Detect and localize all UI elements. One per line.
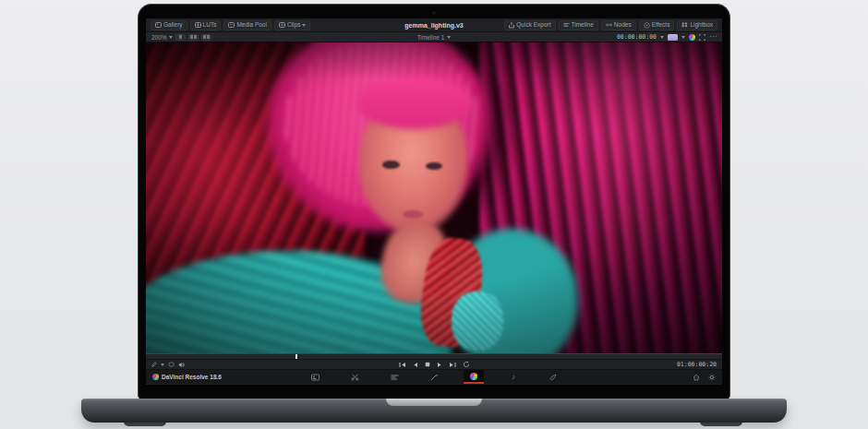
timeline-selector-label: Timeline 1 <box>417 34 445 41</box>
clips-button[interactable]: Clips <box>274 20 310 30</box>
nodes-icon <box>606 22 612 28</box>
wipe-mode-2-icon <box>190 35 193 39</box>
gallery-icon <box>155 22 162 28</box>
audio-mute-button[interactable] <box>178 362 185 368</box>
viewer-tools <box>151 362 185 368</box>
viewer-zoom-select[interactable]: 200% <box>151 34 173 41</box>
lightbox-button[interactable]: Lightbox <box>677 20 717 30</box>
toolbar-left-group: Gallery LUTs Media Pool Clips <box>151 20 310 30</box>
wipe-mode-3b-icon <box>207 35 210 39</box>
app-brand: DaVinci Resolve 18.6 <box>152 374 222 380</box>
quick-export-label: Quick Export <box>516 22 550 29</box>
wipe-mode-3-icon <box>203 35 206 39</box>
effects-icon <box>644 22 650 29</box>
gallery-still-icon[interactable] <box>668 34 678 41</box>
effects-label: Effects <box>652 22 670 29</box>
fairlight-music-note-icon: ♪ <box>512 374 515 381</box>
gallery-button[interactable]: Gallery <box>151 20 187 30</box>
play-button[interactable] <box>437 362 442 368</box>
nodes-button[interactable]: Nodes <box>601 20 636 30</box>
luts-icon <box>195 22 201 28</box>
edit-page-button[interactable] <box>384 370 404 384</box>
effects-button[interactable]: Effects <box>639 20 675 30</box>
timeline-button[interactable]: Timeline <box>559 20 598 30</box>
chevron-down-icon[interactable] <box>660 36 664 39</box>
davinci-resolve-logo-icon <box>152 374 159 380</box>
media-pool-label: Media Pool <box>236 22 267 29</box>
media-page-button[interactable] <box>305 370 325 384</box>
photo-vignette <box>146 42 722 353</box>
source-timecode: 00:00:00:00 <box>617 33 657 41</box>
viewer-zoom-value: 200% <box>151 34 167 41</box>
settings-gear-button[interactable] <box>708 374 716 381</box>
chevron-down-icon <box>302 24 306 27</box>
davinci-resolve-app: Gallery LUTs Media Pool Clips <box>146 18 722 385</box>
wipe-mode-2b-icon <box>194 35 197 39</box>
annotate-tool-button[interactable] <box>151 362 157 367</box>
deliver-page-button[interactable] <box>543 370 563 384</box>
chevron-down-icon[interactable] <box>681 36 685 39</box>
scrubber-track <box>146 353 722 354</box>
luts-label: LUTs <box>203 22 217 29</box>
app-version-label: DaVinci Resolve 18.6 <box>162 374 222 380</box>
viewer-option-bar: 200% Timeline 1 00:00:00:00 <box>146 32 722 42</box>
wipe-mode-button-3[interactable] <box>201 34 211 41</box>
wipe-mode-1-icon <box>179 35 182 39</box>
expand-icon[interactable] <box>699 34 705 41</box>
lid-lift-notch <box>386 399 482 406</box>
quick-export-button[interactable]: Quick Export <box>504 20 555 30</box>
webcam-icon <box>432 11 436 15</box>
step-back-button[interactable] <box>413 362 418 368</box>
page-switcher: ♪ <box>146 370 722 384</box>
status-bar-right <box>693 374 716 381</box>
wipe-mode-button-2[interactable] <box>188 34 199 41</box>
chevron-down-icon <box>447 36 451 39</box>
chevron-down-icon <box>169 36 173 39</box>
lightbox-icon <box>681 22 688 28</box>
onscreen-controls-button[interactable] <box>168 362 175 367</box>
transport-bar: 01:00:00:20 <box>146 360 722 370</box>
viewer-image <box>146 42 722 353</box>
color-page-button[interactable] <box>464 370 484 384</box>
timeline-scrubber[interactable] <box>146 353 722 360</box>
cut-page-button[interactable] <box>344 370 365 384</box>
go-to-first-frame-button[interactable] <box>399 362 406 368</box>
fusion-page-button[interactable] <box>424 370 444 384</box>
viewer-right-controls: 00:00:00:00 ⋯ <box>617 33 717 41</box>
color-wheel-icon[interactable] <box>689 34 695 41</box>
lightbox-label: Lightbox <box>690 22 713 29</box>
luts-button[interactable]: LUTs <box>190 20 222 30</box>
hero-background: Gallery LUTs Media Pool Clips <box>0 0 868 429</box>
media-pool-button[interactable]: Media Pool <box>223 20 271 30</box>
clips-label: Clips <box>287 22 300 29</box>
app-status-bar: DaVinci Resolve 18.6 ♪ <box>146 370 722 384</box>
nodes-label: Nodes <box>614 22 632 29</box>
home-button[interactable] <box>693 374 700 381</box>
laptop-base <box>81 399 787 423</box>
toolbar-right-group: Quick Export Timeline Nodes Effects <box>504 20 717 30</box>
timeline-icon <box>563 22 570 28</box>
gallery-label: Gallery <box>163 22 183 29</box>
clips-icon <box>279 22 285 28</box>
quick-export-icon <box>509 22 514 29</box>
playhead-marker[interactable] <box>295 354 297 359</box>
top-toolbar: Gallery LUTs Media Pool Clips <box>146 18 722 32</box>
laptop-screen: Gallery LUTs Media Pool Clips <box>138 4 730 399</box>
color-page-icon <box>470 373 477 380</box>
loop-button[interactable] <box>463 361 470 368</box>
chevron-down-icon[interactable] <box>161 363 164 366</box>
transport-controls <box>146 361 722 368</box>
timeline-label: Timeline <box>572 22 594 29</box>
media-pool-icon <box>228 22 235 28</box>
playhead-timecode: 01:00:00:20 <box>677 361 717 368</box>
go-to-last-frame-button[interactable] <box>449 362 456 368</box>
stop-button[interactable] <box>425 362 430 367</box>
wipe-mode-button-1[interactable] <box>175 34 186 41</box>
fairlight-page-button[interactable]: ♪ <box>503 370 524 384</box>
